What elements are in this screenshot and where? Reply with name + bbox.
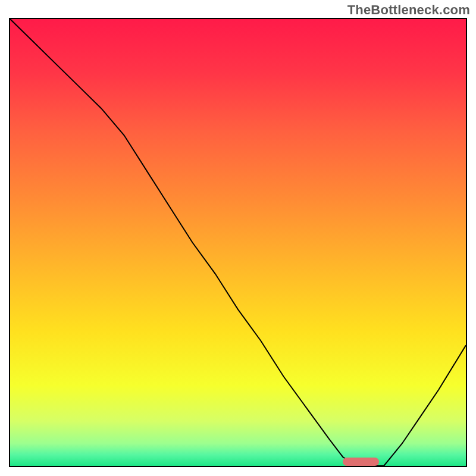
optimum-marker [343, 458, 379, 466]
curve-line [10, 19, 466, 466]
plot-area [10, 19, 466, 466]
chart-container: TheBottleneck.com [0, 0, 476, 476]
plot-frame [9, 18, 467, 467]
watermark-text: TheBottleneck.com [347, 2, 470, 18]
